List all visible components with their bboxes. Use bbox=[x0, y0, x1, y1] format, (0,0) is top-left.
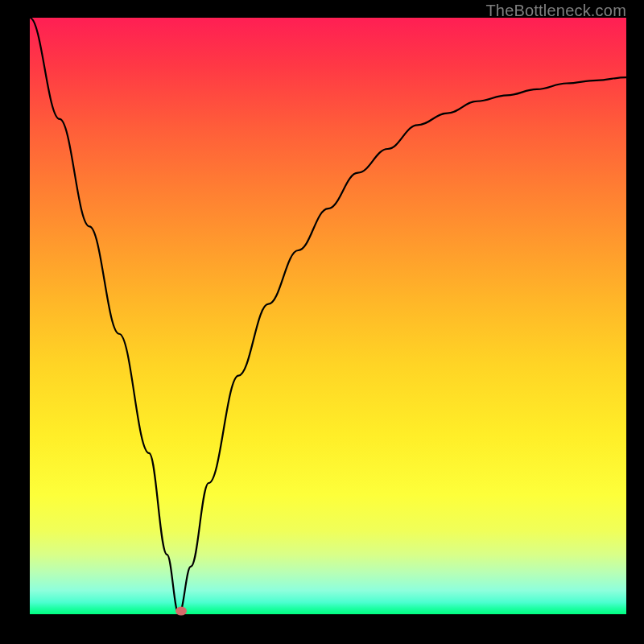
data-marker bbox=[175, 607, 187, 616]
watermark-text: TheBottleneck.com bbox=[485, 2, 626, 20]
chart-background bbox=[30, 18, 626, 614]
gradient-fill bbox=[30, 18, 626, 614]
